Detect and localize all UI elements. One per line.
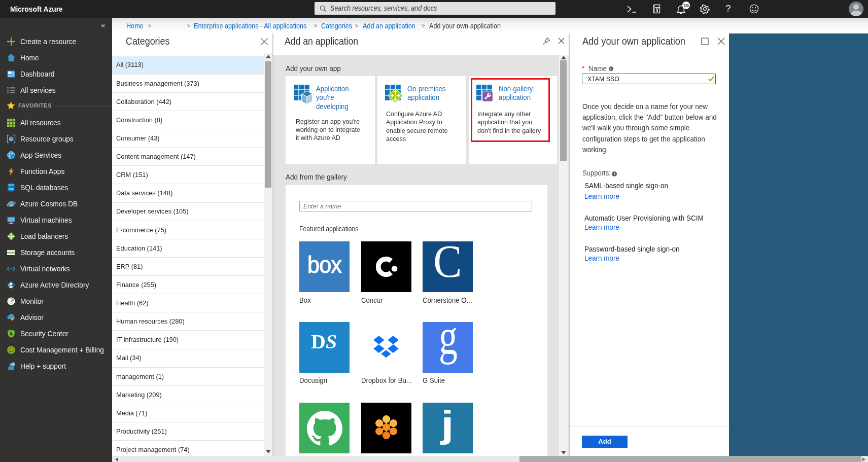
svg-text:SQL: SQL <box>9 187 14 190</box>
svg-text:?: ? <box>12 363 14 366</box>
svg-text:S: S <box>10 348 13 352</box>
